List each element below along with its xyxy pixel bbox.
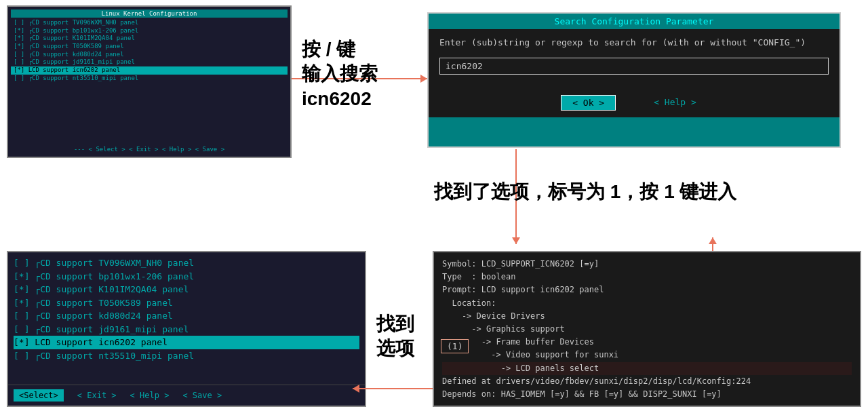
bottom-left-content: [ ] ┌CD support TV096WXM_NH0 panel [*] ┌… [8,252,365,366]
search-dialog-body: Enter (sub)string or regexp to search fo… [429,29,840,117]
label-found-option: 找到了选项，标号为 1，按 1 键进入 [434,180,736,204]
bottom-right-info-panel: Symbol: LCD_SUPPORT_ICN6202 [=y] Type : … [433,251,861,407]
label-find-item: 找到 选项 [376,312,414,361]
bl-item-1: [ ] ┌CD support TV096WXM_NH0 panel [14,256,359,270]
search-dialog: Search Configuration Parameter Enter (su… [427,12,841,148]
br-line-4: Location: [442,297,852,310]
bl-item-4: [*] ┌CD support T050K589 panel [14,296,359,310]
menu-item-2: [*] ┌CD support bp101wx1-206 panel [11,27,288,35]
menu-item-5: [ ] ┌CD support kd080d24 panel [11,51,288,59]
search-dialog-buttons: < Ok > < Help > [439,95,829,111]
bottom-left-bottom-bar: <Select> < Exit > < Help > < Save > [8,385,365,406]
bl-item-7-highlighted: [*] LCD support icn6202 panel [14,336,359,349]
bl-item-2: [*] ┌CD support bp101wx1-206 panel [14,270,359,283]
bl-item-8: [ ] ┌CD support nt35510_mipi panel [14,349,359,363]
save-button[interactable]: < Save > [182,391,222,400]
label-press-slash: 按 / 键 输入搜索 icn6202 [302,37,378,111]
search-dialog-title: Search Configuration Parameter [429,14,840,29]
kconfig-bottom-bar: --- < Select > < Exit > < Help > < Save … [8,144,290,154]
search-input[interactable] [439,58,829,75]
menu-item-7: [*] LCD support icn6202 panel [11,66,288,75]
br-line-11: Depends on: HAS_IOMEM [=y] && FB [=y] &&… [442,388,852,401]
br-line-10: Defined at drivers/video/fbdev/sunxi/dis… [442,375,852,388]
br-line-5: -> Device Drivers [442,310,852,323]
help-button[interactable]: < Help > [130,391,170,400]
arrow-horizontal-bottom [353,388,434,389]
select-button[interactable]: <Select> [14,389,64,402]
bl-item-5: [ ] ┌CD support kd080d24 panel [14,309,359,323]
br-line-8: -> Video support for sunxi [442,349,852,361]
number-badge-1: (1) [441,339,469,353]
kconfig-screenshot-panel: Linux Kernel Configuration [ ] ┌CD suppo… [7,5,292,158]
br-line-3: Prompt: LCD support icn6202 panel [442,283,852,296]
menu-item-6: [ ] ┌CD support jd9161_mipi panel [11,58,288,66]
search-help-button[interactable]: < Help > [643,95,707,111]
menu-item-8: [ ] ┌CD support nt35510_mipi panel [11,75,288,83]
bl-item-6: [ ] ┌CD support jd9161_mipi panel [14,323,359,336]
menu-item-1: [ ] ┌CD support TV096WXM_NH0 panel [11,19,288,27]
br-line-7: -> Frame buffer Devices [442,336,852,349]
kconfig-header: Linux Kernel Configuration [11,9,288,18]
br-line-2: Type : boolean [442,271,852,283]
br-line-6: -> Graphics support [442,323,852,336]
br-line-9: -> LCD panels select [442,362,852,375]
menu-item-3: [*] ┌CD support K101IM2QA04 panel [11,35,288,43]
bottom-left-menu-panel: [ ] ┌CD support TV096WXM_NH0 panel [*] ┌… [7,251,366,407]
exit-button[interactable]: < Exit > [77,391,117,400]
br-line-1: Symbol: LCD_SUPPORT_ICN6202 [=y] [442,258,852,271]
menu-item-4: [*] ┌CD support T050K589 panel [11,43,288,51]
search-ok-button[interactable]: < Ok > [561,95,616,111]
bl-item-3: [*] ┌CD support K101IM2QA04 panel [14,283,359,296]
search-prompt: Enter (sub)string or regexp to search fo… [439,36,829,50]
